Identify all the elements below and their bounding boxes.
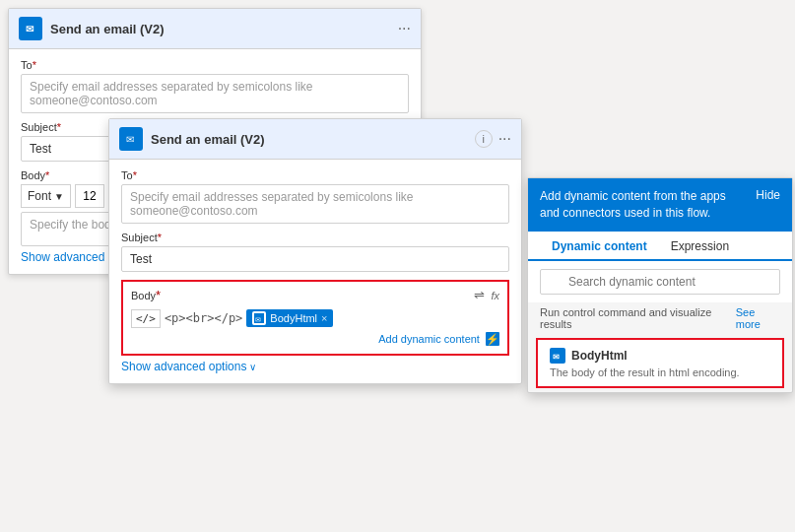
font-size-input[interactable] bbox=[75, 184, 104, 208]
front-card-header-icons: i ··· bbox=[475, 130, 511, 148]
panel-tabs: Dynamic content Expression bbox=[528, 232, 792, 261]
code-badge: </> bbox=[131, 309, 161, 328]
panel-search-area: 🔍 bbox=[528, 261, 792, 302]
panel-header: Add dynamic content from the apps and co… bbox=[528, 178, 792, 232]
panel-section-row: Run control command and visualize result… bbox=[528, 302, 792, 334]
panel-hide-button[interactable]: Hide bbox=[756, 188, 780, 202]
dynamic-panel: Add dynamic content from the apps and co… bbox=[527, 177, 793, 393]
back-card-icon: ✉ bbox=[19, 17, 42, 40]
dynamic-tag-label: BodyHtml bbox=[270, 312, 317, 324]
tab-dynamic-content[interactable]: Dynamic content bbox=[540, 232, 659, 261]
svg-text:✉: ✉ bbox=[26, 24, 34, 34]
bodyhtml-title: ✉ BodyHtml bbox=[550, 348, 770, 364]
to-input[interactable]: Specify email addresses separated by sem… bbox=[21, 74, 409, 113]
chevron-icon: ∨ bbox=[249, 362, 256, 372]
section-label: Run control command and visualize result… bbox=[540, 306, 736, 330]
search-wrapper: 🔍 bbox=[540, 269, 780, 295]
body-header-row: Body* ⇌ fx bbox=[131, 288, 499, 302]
bodyhtml-item[interactable]: ✉ BodyHtml The body of the result in htm… bbox=[536, 338, 784, 388]
svg-text:✉: ✉ bbox=[255, 316, 261, 323]
body-html-content: <p><br></p> bbox=[165, 311, 242, 325]
front-ellipsis-icon[interactable]: ··· bbox=[498, 130, 511, 148]
tag-office-icon: ✉ bbox=[252, 311, 266, 325]
tag-close-button[interactable]: × bbox=[321, 312, 327, 324]
search-input[interactable] bbox=[540, 269, 780, 295]
front-card-title: Send an email (V2) bbox=[151, 132, 475, 147]
filter-icon[interactable]: ⇌ bbox=[474, 288, 485, 302]
front-to-input[interactable]: Specify email addresses separated by sem… bbox=[121, 184, 509, 224]
see-more-button[interactable]: See more bbox=[736, 306, 780, 330]
body-toolbar-icons: ⇌ fx bbox=[474, 288, 499, 302]
add-dynamic-row: Add dynamic content ⚡ bbox=[131, 330, 499, 348]
bodyhtml-description: The body of the result in html encoding. bbox=[550, 366, 770, 378]
body-content-row: </> <p><br></p> ✉ BodyHtml × bbox=[131, 306, 499, 330]
front-show-advanced[interactable]: Show advanced options ∨ bbox=[121, 360, 509, 373]
front-card: ✉ Send an email (V2) i ··· To* Specify e… bbox=[108, 118, 522, 384]
front-subject-label: Subject* bbox=[121, 232, 509, 243]
fx-icon[interactable]: fx bbox=[491, 290, 499, 301]
back-card-header: ✉ Send an email (V2) ··· bbox=[9, 9, 421, 49]
svg-text:✉: ✉ bbox=[126, 134, 134, 145]
body-html-tag: ✉ BodyHtml × bbox=[246, 309, 333, 327]
front-card-icon: ✉ bbox=[119, 127, 143, 151]
svg-text:✉: ✉ bbox=[553, 353, 560, 362]
info-icon[interactable]: i bbox=[475, 130, 493, 148]
chevron-down-icon: ▼ bbox=[54, 191, 64, 202]
front-card-body: To* Specify email addresses separated by… bbox=[109, 160, 521, 383]
tab-expression[interactable]: Expression bbox=[659, 232, 741, 261]
panel-header-text: Add dynamic content from the apps and co… bbox=[540, 188, 744, 222]
back-card-title: Send an email (V2) bbox=[50, 22, 398, 36]
front-body-field[interactable]: Body* ⇌ fx </> <p><br></p> ✉ bbox=[121, 280, 509, 356]
bodyhtml-icon: ✉ bbox=[550, 348, 565, 364]
ellipsis-icon[interactable]: ··· bbox=[398, 20, 411, 37]
front-to-label: To* bbox=[121, 169, 509, 181]
front-card-header: ✉ Send an email (V2) i ··· bbox=[109, 119, 521, 160]
add-dynamic-label[interactable]: Add dynamic content bbox=[378, 333, 480, 345]
font-select[interactable]: Font ▼ bbox=[21, 184, 71, 208]
to-label: To* bbox=[21, 59, 409, 71]
font-label: Font bbox=[28, 189, 51, 203]
front-subject-input[interactable]: Test bbox=[121, 246, 509, 272]
back-card-header-icons: ··· bbox=[398, 20, 411, 37]
add-dynamic-icon[interactable]: ⚡ bbox=[486, 332, 499, 346]
front-body-label: Body* bbox=[131, 288, 161, 302]
